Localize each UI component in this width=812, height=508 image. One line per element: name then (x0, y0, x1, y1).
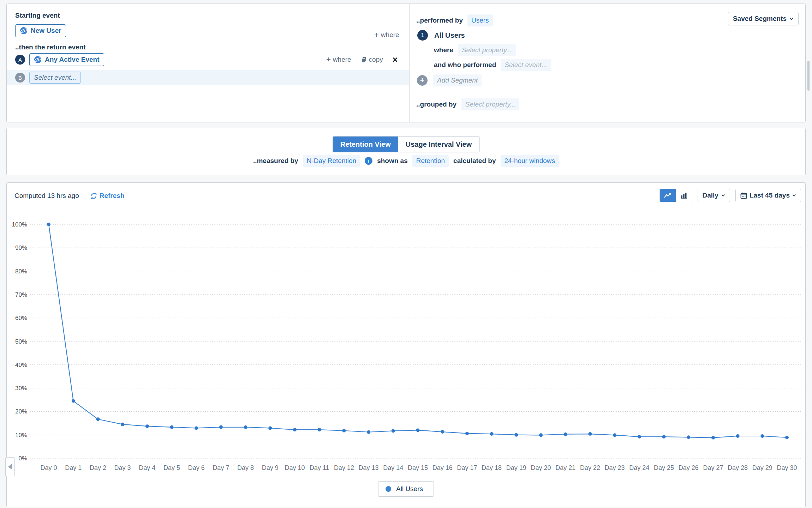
saved-segments-button[interactable]: Saved Segments (728, 12, 799, 25)
svg-text:Day 11: Day 11 (310, 464, 329, 471)
tab-retention-view[interactable]: Retention View (333, 137, 398, 152)
legend-label: All Users (396, 485, 423, 493)
svg-text:Day 16: Day 16 (432, 464, 453, 471)
svg-text:Day 10: Day 10 (285, 464, 305, 471)
granularity-value: Daily (703, 192, 718, 199)
chevron-down-icon (792, 194, 796, 197)
calendar-icon (740, 192, 747, 199)
segment-number-badge: 1 (417, 30, 428, 41)
svg-text:Day 23: Day 23 (605, 464, 625, 471)
scrollbar-thumb[interactable] (807, 61, 810, 91)
copy-row-button[interactable]: copy (361, 56, 383, 64)
svg-text:Day 13: Day 13 (359, 464, 379, 471)
refresh-button[interactable]: Refresh (90, 192, 125, 200)
svg-text:10%: 10% (15, 432, 27, 439)
plus-icon: + (374, 31, 379, 39)
view-tab-group: Retention View Usage Interval View (333, 136, 480, 152)
close-icon[interactable]: × (393, 55, 398, 64)
row-b-badge: B (15, 73, 25, 83)
svg-text:Day 17: Day 17 (457, 464, 477, 471)
collapse-left-icon (8, 464, 12, 470)
shown-as-value-chip[interactable]: Retention (412, 155, 449, 167)
svg-text:Day 9: Day 9 (262, 464, 279, 471)
panel-divider (409, 4, 410, 122)
svg-text:Day 15: Day 15 (408, 464, 428, 471)
grouped-by-placeholder[interactable]: Select property... (461, 98, 519, 110)
svg-text:60%: 60% (15, 315, 27, 321)
refresh-icon (90, 193, 97, 199)
chevron-down-icon (789, 17, 794, 20)
add-segment-icon[interactable]: + (417, 75, 428, 86)
event-icon: A (20, 27, 28, 35)
svg-text:100%: 100% (12, 221, 27, 228)
starting-event-value: New User (31, 27, 61, 35)
svg-text:20%: 20% (15, 408, 27, 415)
svg-text:Day 27: Day 27 (703, 464, 723, 471)
granularity-dropdown[interactable]: Daily (698, 189, 730, 202)
retention-chart-card: Computed 13 hrs ago Refresh (6, 182, 806, 507)
grouped-by-label: ..grouped by (416, 101, 456, 108)
svg-text:50%: 50% (15, 338, 27, 345)
svg-text:Day 18: Day 18 (482, 464, 502, 471)
chart-type-toggle (659, 189, 692, 202)
date-range-dropdown[interactable]: Last 45 days (735, 189, 801, 202)
measured-by-value-chip[interactable]: N-Day Retention (303, 155, 360, 167)
retention-chart[interactable]: 0%10%20%30%40%50%60%70%80%90%100%Day 0Da… (7, 218, 806, 476)
date-range-value: Last 45 days (750, 192, 790, 199)
svg-text:0%: 0% (18, 455, 27, 462)
calculated-by-value-chip[interactable]: 24-hour windows (500, 155, 559, 167)
return-event-label: ..then the return event (15, 43, 86, 51)
add-where-filter-starting[interactable]: + where (374, 29, 399, 41)
segment-where-placeholder[interactable]: Select property... (458, 44, 516, 56)
row-a-badge: A (15, 55, 25, 65)
plus-icon: + (326, 56, 331, 64)
svg-text:Day 20: Day 20 (531, 464, 551, 471)
chart-legend[interactable]: All Users (378, 481, 434, 497)
svg-text:Day 29: Day 29 (752, 464, 772, 471)
computed-timestamp: Computed 13 hrs ago (14, 192, 79, 200)
svg-text:Day 7: Day 7 (213, 464, 229, 471)
performed-by-value-chip[interactable]: Users (467, 14, 493, 26)
segment-name: All Users (434, 31, 465, 40)
chevron-down-icon (721, 194, 725, 197)
event-icon: A (34, 56, 42, 64)
saved-segments-label: Saved Segments (733, 15, 787, 23)
svg-text:Day 1: Day 1 (65, 464, 82, 471)
svg-text:Day 14: Day 14 (383, 464, 403, 471)
svg-text:Day 3: Day 3 (114, 464, 131, 471)
select-event-button[interactable]: Select event... (29, 72, 81, 84)
return-event-value: Any Active Event (45, 56, 100, 64)
info-icon[interactable]: i (365, 157, 372, 165)
plus-icon: + (420, 77, 425, 84)
collapse-panel-handle[interactable] (5, 457, 15, 476)
add-segment-button[interactable]: Add Segment (433, 74, 482, 86)
return-event-button[interactable]: A Any Active Event (29, 53, 104, 66)
bar-chart-icon (680, 192, 687, 199)
svg-text:Day 8: Day 8 (237, 464, 254, 471)
shown-as-label: shown as (377, 157, 408, 165)
svg-text:70%: 70% (15, 291, 27, 298)
legend-swatch (386, 486, 391, 492)
where-label: where (381, 31, 399, 39)
svg-text:Day 26: Day 26 (679, 464, 699, 471)
where-label: where (333, 56, 351, 64)
starting-event-button[interactable]: A New User (15, 24, 66, 37)
segment-performed-placeholder[interactable]: Select event... (501, 59, 551, 71)
svg-text:Day 28: Day 28 (728, 464, 748, 471)
calculated-by-label: calculated by (453, 157, 496, 165)
svg-text:Day 24: Day 24 (629, 464, 649, 471)
measured-by-label: ..measured by (253, 157, 298, 165)
bar-chart-toggle[interactable] (676, 189, 692, 202)
segment-performed-label: and who performed (434, 61, 496, 69)
svg-text:Day 12: Day 12 (334, 464, 354, 471)
add-where-filter-row-a[interactable]: + where (326, 56, 351, 64)
svg-text:Day 21: Day 21 (555, 464, 575, 471)
tab-usage-interval-view[interactable]: Usage Interval View (398, 137, 479, 152)
svg-text:Day 22: Day 22 (580, 464, 600, 471)
starting-event-label: Starting event (15, 12, 60, 19)
svg-text:Day 0: Day 0 (40, 464, 57, 471)
svg-text:Day 4: Day 4 (139, 464, 155, 471)
svg-text:Day 2: Day 2 (90, 464, 106, 471)
svg-text:Day 6: Day 6 (188, 464, 205, 471)
line-chart-toggle[interactable] (660, 189, 676, 202)
